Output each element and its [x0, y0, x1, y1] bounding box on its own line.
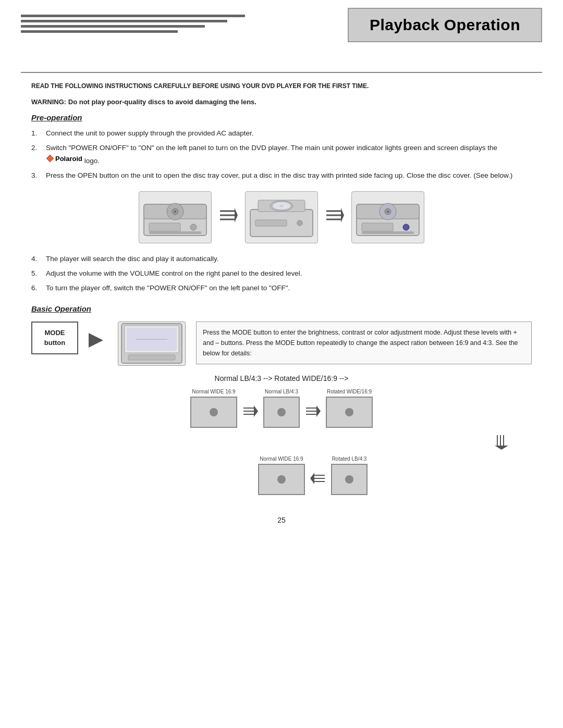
- aspect-arrow-down: [31, 434, 532, 450]
- page-container: Playback Operation READ THE FOLLOWING IN…: [0, 0, 563, 728]
- mode-description-text: Press the MODE button to enter the brigh…: [196, 322, 532, 364]
- screen-dot: [345, 408, 353, 416]
- aspect-arrow-2: [305, 397, 321, 419]
- dvd-screen-svg: [120, 323, 183, 364]
- aspect-arrow-3: [310, 464, 326, 487]
- aspect-ratio-diagrams: Normal LB/4:3 --> Rotated WIDE/16:9 --> …: [31, 374, 532, 495]
- mode-label: MODE: [42, 328, 68, 338]
- arrow-2: [325, 206, 344, 228]
- dvd-illustrations: [31, 191, 532, 243]
- screen-dot: [277, 475, 286, 484]
- pre-operation-list: 1. Connect the unit to power supply thro…: [31, 128, 532, 181]
- page-number: 25: [31, 516, 532, 524]
- aspect-arrow-svg-2: [305, 405, 321, 419]
- title-box: Playback Operation: [348, 8, 542, 42]
- list-item: 4. The player will search the disc and p…: [31, 254, 532, 264]
- screen-dot: [210, 408, 218, 416]
- aspect-screen-5: [331, 464, 368, 495]
- basic-operation-section: Basic Operation MODE button: [31, 304, 532, 495]
- dvd-player-svg-2: [248, 194, 315, 241]
- read-instructions-text: READ THE FOLLOWING INSTRUCTIONS CAREFULL…: [31, 81, 532, 91]
- svg-point-30: [403, 224, 409, 230]
- svg-rect-8: [149, 231, 201, 234]
- aspect-arrow-1: [242, 397, 258, 419]
- dvd-player-svg-1: [141, 194, 209, 241]
- aspect-label-4: Normal WIDE 16:9: [260, 456, 303, 462]
- dvd-screen-illustration: [118, 322, 186, 366]
- aspect-arrow-down-svg: [494, 434, 509, 450]
- aspect-normal-wide: Normal WIDE 16:9: [190, 389, 237, 428]
- mode-arrow: [89, 330, 107, 351]
- svg-rect-31: [362, 231, 414, 234]
- arrow-1: [219, 206, 238, 228]
- svg-marker-12: [235, 208, 238, 223]
- aspect-label-2: Normal LB/4:3: [265, 389, 298, 394]
- svg-point-7: [190, 224, 197, 230]
- svg-marker-45: [316, 405, 321, 417]
- aspect-rotated-wide: Rotated WIDE/16:9: [326, 389, 373, 428]
- dvd-player-open: [245, 191, 318, 243]
- aspect-row-2: Normal WIDE 16:9: [195, 456, 368, 495]
- main-content: READ THE FOLLOWING INSTRUCTIONS CAREFULL…: [0, 81, 563, 524]
- basic-operation-title: Basic Operation: [31, 304, 532, 313]
- aspect-rotated-lb: Rotated LB/4:3: [331, 456, 368, 495]
- dvd-player-playing: [351, 191, 424, 243]
- aspect-label-5: Rotated LB/4:3: [332, 456, 367, 462]
- steps-after-illustration: 4. The player will search the disc and p…: [31, 254, 532, 294]
- aspect-screen-4: [258, 464, 305, 495]
- polaroid-logo: Polaroid: [46, 154, 82, 164]
- svg-rect-37: [128, 355, 175, 360]
- svg-rect-6: [149, 223, 180, 231]
- aspect-screen-1: [190, 397, 237, 428]
- button-label: button: [42, 338, 68, 348]
- aspect-arrow-svg-1: [242, 405, 258, 419]
- aspect-arrow-svg-3: [310, 472, 326, 487]
- svg-marker-0: [46, 155, 54, 162]
- svg-point-28: [387, 211, 389, 213]
- mode-button-area: MODE button: [31, 322, 532, 366]
- svg-rect-29: [362, 223, 393, 231]
- svg-rect-18: [255, 220, 287, 226]
- arrow-svg-2: [325, 206, 344, 227]
- arrow-svg-1: [219, 206, 238, 227]
- svg-marker-41: [254, 405, 258, 417]
- dvd-player-closed: [139, 191, 212, 243]
- svg-point-19: [297, 220, 302, 226]
- aspect-normal-wide-2: Normal WIDE 16:9: [258, 456, 305, 495]
- polaroid-logo-icon: [46, 154, 54, 163]
- aspect-label-3: Rotated WIDE/16:9: [327, 389, 372, 394]
- svg-marker-50: [310, 473, 314, 484]
- list-item: 6. To turn the player off, switch the "P…: [31, 283, 532, 293]
- svg-point-17: [279, 205, 284, 207]
- warning-text: WARNING: Do not play poor-quality discs …: [31, 98, 532, 106]
- dvd-player-svg-3: [354, 194, 422, 241]
- list-item: 3. Press the OPEN button on the unit to …: [31, 170, 532, 181]
- screen-dot: [277, 408, 286, 416]
- header-decorative-lines: [21, 15, 245, 35]
- page-title: Playback Operation: [370, 16, 520, 34]
- list-item: 5. Adjust the volume with the VOLUME con…: [31, 268, 532, 279]
- svg-point-5: [174, 211, 176, 213]
- aspect-row-1: Normal WIDE 16:9: [190, 389, 373, 428]
- mode-arrow-svg: [89, 330, 107, 351]
- svg-marker-49: [495, 446, 508, 450]
- mode-button-box: MODE button: [31, 322, 78, 354]
- svg-marker-23: [341, 208, 344, 223]
- header-section: Playback Operation: [0, 0, 563, 63]
- separator-line: [21, 72, 542, 73]
- aspect-screen-2: [263, 397, 300, 428]
- aspect-screen-3: [326, 397, 373, 428]
- list-item: 2. Switch "POWER ON/OFF" to "ON" on the …: [31, 143, 532, 166]
- aspect-label-1: Normal WIDE 16:9: [192, 389, 235, 394]
- list-item: 1. Connect the unit to power supply thro…: [31, 128, 532, 139]
- svg-marker-32: [89, 333, 103, 348]
- screen-dot: [345, 475, 353, 484]
- pre-operation-title: Pre-operation: [31, 113, 532, 122]
- aspect-normal-lb: Normal LB/4:3: [263, 389, 300, 428]
